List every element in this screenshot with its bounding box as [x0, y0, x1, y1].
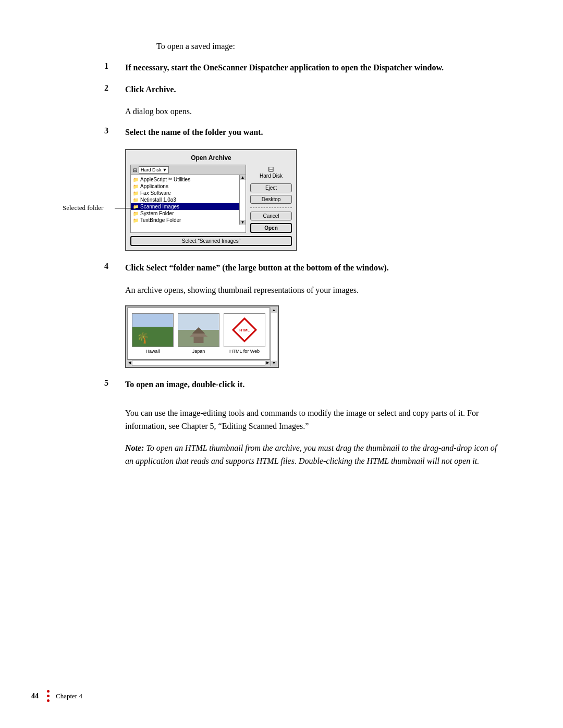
file-name: Netinstall 1.0a3	[140, 197, 176, 203]
step-4-text: Click Select “folder name” (the large bu…	[125, 262, 500, 274]
step-3-text: Select the name of the folder you want.	[125, 126, 500, 139]
step-3-number: 3	[104, 126, 120, 135]
select-button[interactable]: Select “Scanned Images”	[130, 236, 292, 246]
step-1: 1 If necessary, start the OneScanner Dis…	[104, 61, 500, 74]
step-5-text: To open an image, double-click it.	[125, 378, 500, 391]
scrollbar[interactable]: ▲ ▼	[239, 175, 246, 225]
dialog-screenshot: Selected folder Open Archive ⊟ Hard Disk…	[125, 149, 500, 251]
scroll-track	[240, 180, 246, 220]
scroll-right-arrow[interactable]: ▶	[265, 360, 270, 366]
scroll-up-icon[interactable]: ▲	[272, 307, 276, 313]
open-button[interactable]: Open	[250, 223, 292, 233]
archive-main-area: 🌴 Hawaii	[127, 307, 270, 366]
note-label: Note:	[125, 443, 144, 452]
disk-icon-large: ⊟	[268, 165, 274, 173]
file-item[interactable]: 📁Applications	[131, 183, 239, 190]
file-item[interactable]: 📁System Folder	[131, 210, 239, 217]
note-text: To open an HTML thumbnail from the archi…	[125, 443, 497, 466]
note-para: Note: To open an HTML thumbnail from the…	[125, 441, 500, 468]
disk-dropdown[interactable]: Hard Disk ▼	[139, 166, 169, 174]
selected-folder-line	[115, 208, 141, 208]
archive-box: 🌴 Hawaii	[125, 305, 279, 368]
step-2-label: Click Archive.	[125, 83, 500, 96]
step-1-text: If necessary, start the OneScanner Dispa…	[125, 61, 500, 74]
step-2-sub: A dialog box opens.	[125, 105, 500, 118]
html-diamond-container: HTML	[233, 318, 256, 341]
file-list: 📁AppleScript™ Utilities 📁Applications 📁F…	[131, 175, 239, 225]
html-diamond-text: HTML	[239, 328, 249, 332]
building-icon	[190, 325, 208, 346]
dialog-list-content: 📁AppleScript™ Utilities 📁Applications 📁F…	[131, 175, 239, 225]
h-scroll-track	[132, 360, 265, 366]
selected-folder-label: Selected folder	[63, 204, 103, 212]
file-name: Fax Software	[140, 190, 171, 196]
html-label: HTML for Web	[229, 349, 260, 354]
file-name: Scanned Images	[140, 204, 179, 209]
step-4-number: 4	[104, 262, 120, 271]
disk-name: Hard Disk	[141, 167, 162, 172]
disk-label-text: Hard Disk	[250, 173, 292, 179]
body-text: You can use the image-editing tools and …	[125, 406, 500, 433]
japan-image	[178, 313, 219, 347]
page-number: 44	[31, 692, 39, 700]
step-4: 4 Click Select “folder name” (the large …	[104, 262, 500, 274]
dialog-toolbar: ⊟ Hard Disk ▼	[131, 165, 246, 175]
v-scrollbar[interactable]: ▲ ▼	[271, 307, 277, 366]
folder-icon: 📁	[133, 218, 139, 223]
thumb-html: HTML HTML for Web	[224, 313, 265, 354]
scroll-down-arrow[interactable]: ▼	[241, 220, 245, 225]
dialog-title: Open Archive	[130, 154, 292, 162]
archive-text: An archive opens, showing thumbnail repr…	[125, 283, 500, 297]
file-item[interactable]: 📁Fax Software	[131, 190, 239, 196]
step-5-number: 5	[104, 378, 120, 388]
intro-text: To open a saved image:	[156, 42, 500, 51]
step-2-number: 2	[104, 83, 120, 93]
html-image: HTML	[224, 313, 265, 347]
dialog-left-panel: ⊟ Hard Disk ▼ 📁AppleScript™ Utilities 📁A…	[130, 165, 246, 233]
scroll-left-arrow[interactable]: ◀	[127, 360, 132, 366]
scroll-down-icon[interactable]: ▼	[272, 361, 276, 366]
divider	[250, 207, 292, 208]
folder-icon: 📁	[133, 191, 139, 196]
folder-icon: 📁	[133, 211, 139, 216]
file-name: Applications	[140, 183, 168, 189]
archive-screenshot: 🌴 Hawaii	[125, 305, 500, 368]
file-name: System Folder	[140, 211, 174, 216]
dot-3	[47, 699, 50, 702]
chapter-word: Chapter	[56, 692, 77, 700]
file-item[interactable]: 📁AppleScript™ Utilities	[131, 176, 239, 183]
footer-chapter-label: Chapter 4	[56, 692, 82, 700]
thumb-hawaii: 🌴 Hawaii	[132, 313, 174, 354]
desktop-button[interactable]: Desktop	[250, 195, 292, 204]
cancel-button[interactable]: Cancel	[250, 212, 292, 220]
file-item[interactable]: 📁Netinstall 1.0a3	[131, 196, 239, 203]
file-item[interactable]: 📁TextBridge Folder	[131, 217, 239, 224]
palm-icon: 🌴	[137, 331, 150, 344]
folder-icon: 📁	[133, 204, 139, 209]
dialog-box: Open Archive ⊟ Hard Disk ▼ 📁App	[125, 149, 297, 251]
file-item-selected[interactable]: 📁Scanned Images	[131, 203, 239, 210]
eject-button[interactable]: Eject	[250, 183, 292, 192]
svg-marker-2	[192, 327, 205, 334]
scroll-up-arrow[interactable]: ▲	[241, 175, 245, 180]
archive-inner: 🌴 Hawaii	[127, 307, 277, 366]
page: To open a saved image: 1 If necessary, s…	[0, 0, 563, 728]
step-3: 3 Select the name of the folder you want…	[104, 126, 500, 139]
step-2: 2 Click Archive.	[104, 83, 500, 96]
dialog-right-panel: ⊟ Hard Disk Eject Desktop Cancel Open	[250, 165, 292, 233]
thumbnail-area: 🌴 Hawaii	[127, 307, 270, 360]
hawaii-image: 🌴	[132, 313, 174, 347]
japan-label: Japan	[192, 349, 205, 354]
footer-dots	[47, 690, 50, 702]
dialog-list-area: 📁AppleScript™ Utilities 📁Applications 📁F…	[131, 175, 246, 225]
step-1-number: 1	[104, 61, 120, 71]
h-scrollbar[interactable]: ◀ ▶	[127, 360, 270, 366]
v-scroll-track	[271, 313, 277, 361]
hawaii-label: Hawaii	[145, 349, 160, 354]
disk-label: ⊟ Hard Disk	[250, 165, 292, 179]
dot-1	[47, 690, 50, 693]
folder-icon: 📁	[133, 177, 139, 182]
dialog-body: ⊟ Hard Disk ▼ 📁AppleScript™ Utilities 📁A…	[130, 165, 292, 233]
select-button-bar: Select “Scanned Images”	[130, 236, 292, 246]
thumb-japan: Japan	[178, 313, 219, 354]
